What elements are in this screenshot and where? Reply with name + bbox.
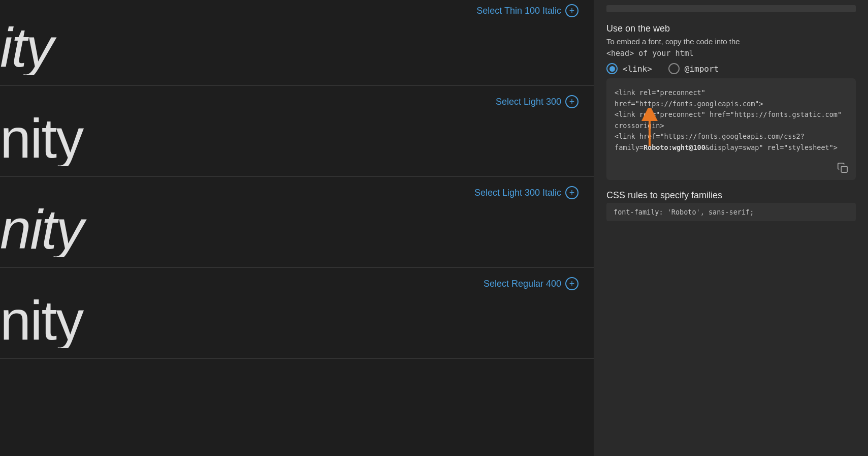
font-row-regular-400: Select Regular 400 + nity xyxy=(0,268,594,359)
font-preview-light-300: nity xyxy=(0,110,594,166)
radio-link-item[interactable]: <link> xyxy=(606,63,652,74)
select-thin-100-italic-button[interactable]: Select Thin 100 Italic + xyxy=(476,4,578,17)
select-light-300-italic-label: Select Light 300 Italic xyxy=(474,188,561,198)
embed-description-line2: <head> of your html xyxy=(606,49,694,58)
font-preview-light-300-italic: nity xyxy=(0,201,594,257)
font-row-header-light-300-italic: Select Light 300 Italic + xyxy=(0,182,594,201)
font-row-header: Select Thin 100 Italic + xyxy=(0,0,594,19)
radio-import-label: @import xyxy=(685,64,719,74)
font-preview-regular-400: nity xyxy=(0,292,594,348)
font-row-header-light-300: Select Light 300 + xyxy=(0,91,594,110)
orange-arrow-icon xyxy=(634,108,670,148)
embed-format-radio-group: <link> @import xyxy=(606,63,856,74)
add-light-300-icon: + xyxy=(565,95,578,108)
embed-description-line1: To embed a font, copy the code into the xyxy=(606,37,740,46)
select-light-300-italic-button[interactable]: Select Light 300 Italic + xyxy=(474,186,578,199)
font-row-light-300: Select Light 300 + nity xyxy=(0,86,594,177)
select-regular-400-button[interactable]: Select Regular 400 + xyxy=(484,277,578,290)
font-row-thin-100-italic: Select Thin 100 Italic + ity xyxy=(0,0,594,86)
add-thin-100-italic-icon: + xyxy=(565,4,578,17)
font-list-panel: Select Thin 100 Italic + ity Select Ligh… xyxy=(0,0,594,456)
font-row-header-regular-400: Select Regular 400 + xyxy=(0,273,594,292)
font-row-light-300-italic: Select Light 300 Italic + nity xyxy=(0,177,594,268)
radio-import-item[interactable]: @import xyxy=(668,63,719,74)
embed-description: To embed a font, copy the code into the … xyxy=(606,36,856,59)
orange-arrow-container xyxy=(634,108,670,152)
radio-import-outer xyxy=(668,63,680,74)
select-light-300-label: Select Light 300 xyxy=(496,97,561,107)
use-on-web-title: Use on the web xyxy=(606,23,856,34)
select-regular-400-label: Select Regular 400 xyxy=(484,279,561,289)
top-bar-placeholder xyxy=(606,5,856,12)
code-line-1: <link rel="preconnect" href="https://fon… xyxy=(615,88,763,108)
select-thin-100-italic-label: Select Thin 100 Italic xyxy=(476,6,561,16)
svg-rect-1 xyxy=(841,166,847,172)
code-block: <link rel="preconnect" href="https://fon… xyxy=(606,78,856,180)
select-light-300-button[interactable]: Select Light 300 + xyxy=(496,95,578,108)
css-section-title: CSS rules to specify families xyxy=(606,190,856,201)
css-rules-section: CSS rules to specify families font-famil… xyxy=(606,190,856,221)
right-panel: Use on the web To embed a font, copy the… xyxy=(594,0,868,456)
radio-link-label: <link> xyxy=(623,64,652,74)
add-regular-400-icon: + xyxy=(565,277,578,290)
radio-link-inner xyxy=(609,66,615,72)
css-preview: font-family: 'Roboto', sans-serif; xyxy=(606,203,856,221)
copy-button[interactable] xyxy=(837,162,849,174)
radio-link-outer xyxy=(606,63,618,74)
use-on-web-section: Use on the web To embed a font, copy the… xyxy=(606,23,856,180)
add-light-300-italic-icon: + xyxy=(565,186,578,199)
font-preview-thin-100-italic: ity xyxy=(0,19,594,75)
